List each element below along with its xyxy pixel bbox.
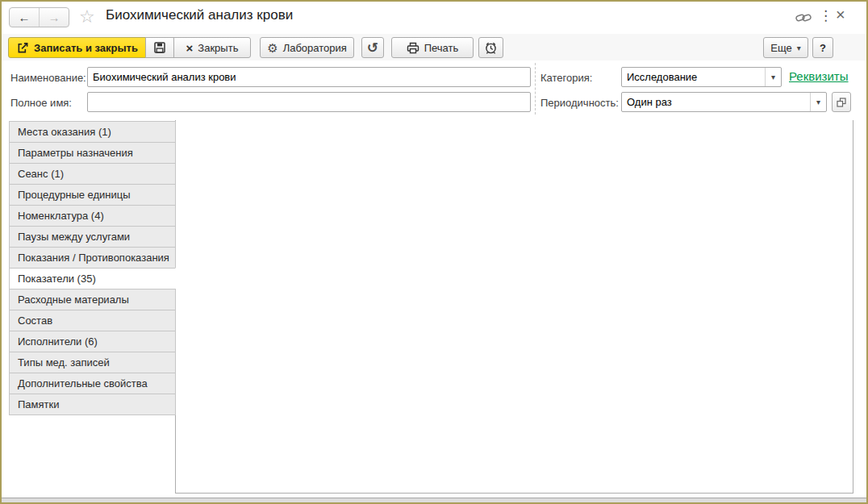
save-and-close-button[interactable]: Записать и закрыть (8, 37, 147, 58)
close-button[interactable]: × Закрыть (173, 37, 251, 58)
category-value: Исследование (622, 71, 765, 83)
help-button[interactable]: ? (812, 37, 833, 58)
history-icon: ↺ (367, 41, 378, 55)
more-button[interactable]: Еще ▾ (763, 37, 808, 58)
forward-icon: → (48, 10, 61, 24)
name-input[interactable] (87, 67, 531, 87)
gear-icon: ⚙ (267, 42, 278, 54)
tab-page-panel (175, 120, 853, 494)
periodicity-value: Один раз (622, 96, 810, 108)
alarm-icon (484, 41, 498, 55)
save-close-icon (17, 42, 29, 54)
reminder-button[interactable] (478, 37, 503, 58)
app-window: ← → ☆ Биохимический анализ крови ⋮ × Зап… (0, 0, 868, 504)
sidebar-item-nomenklatura[interactable]: Номенклатура (4) (9, 205, 176, 227)
category-dropdown-icon[interactable]: ▾ (765, 68, 781, 86)
sidebar-item-pamyatki[interactable]: Памятки (9, 394, 176, 415)
nav-history-group: ← → (9, 7, 69, 27)
window-bottom-strip (2, 498, 866, 502)
full-name-field-label: Полное имя: (10, 97, 72, 109)
fields-splitter (535, 63, 536, 115)
sidebar-item-seans[interactable]: Сеанс (1) (9, 163, 176, 185)
back-icon: ← (19, 10, 31, 24)
sidebar-item-mesta-okazaniya[interactable]: Места оказания (1) (9, 121, 176, 143)
full-name-input[interactable] (87, 92, 531, 112)
more-menu-icon[interactable]: ⋮ (819, 7, 833, 24)
category-field-label: Категория: (540, 72, 592, 84)
print-icon (407, 42, 419, 54)
sidebar-item-pokazateli[interactable]: Показатели (35) (9, 268, 176, 289)
periodicity-open-button[interactable] (832, 92, 851, 112)
page-title: Биохимический анализ крови (106, 7, 293, 23)
save-close-label: Записать и закрыть (34, 42, 138, 54)
periodicity-select[interactable]: Один раз ▾ (621, 92, 827, 112)
sidebar-item-rashodnye-materialy[interactable]: Расходные материалы (9, 289, 176, 310)
chevron-down-icon: ▾ (797, 44, 801, 52)
sidebar-item-sostav[interactable]: Состав (9, 310, 176, 331)
history-button[interactable]: ↺ (361, 37, 384, 58)
more-label: Еще (770, 42, 791, 54)
close-label: Закрыть (198, 42, 238, 54)
category-select[interactable]: Исследование ▾ (621, 67, 782, 87)
print-button[interactable]: Печать (391, 37, 474, 58)
sidebar-item-pokazaniya[interactable]: Показания / Противопоказания (9, 247, 176, 269)
sidebar-item-procedurnye-edinicy[interactable]: Процедурные единицы (9, 184, 176, 206)
save-icon (153, 41, 166, 54)
periodicity-dropdown-icon[interactable]: ▾ (810, 93, 826, 111)
help-label: ? (820, 42, 826, 54)
close-x-icon: × (186, 42, 194, 54)
laboratory-label: Лаборатория (283, 42, 347, 54)
name-field-label: Наименование: (10, 72, 86, 84)
save-button[interactable] (145, 37, 174, 58)
forward-button[interactable]: → (39, 8, 69, 27)
requisites-link[interactable]: Реквизиты (789, 69, 849, 83)
sidebar-item-parametry-naznacheniya[interactable]: Параметры назначения (9, 142, 176, 164)
sidebar-item-ispolniteli[interactable]: Исполнители (6) (9, 331, 176, 352)
get-link-icon[interactable] (795, 12, 812, 23)
favorite-star-icon[interactable]: ☆ (79, 6, 95, 27)
window-close-icon[interactable]: × (836, 6, 845, 24)
open-form-icon (837, 98, 846, 107)
back-button[interactable]: ← (10, 8, 39, 27)
sidebar-item-pauzy[interactable]: Паузы между услугами (9, 226, 176, 248)
periodicity-field-label: Периодичность: (540, 97, 619, 109)
sidebar-item-dop-svojstva[interactable]: Дополнительные свойства (9, 373, 176, 394)
print-label: Печать (424, 42, 459, 54)
laboratory-button[interactable]: ⚙ Лаборатория (260, 37, 354, 58)
sidebar-item-tipy-med-zapisej[interactable]: Типы мед. записей (9, 352, 176, 373)
